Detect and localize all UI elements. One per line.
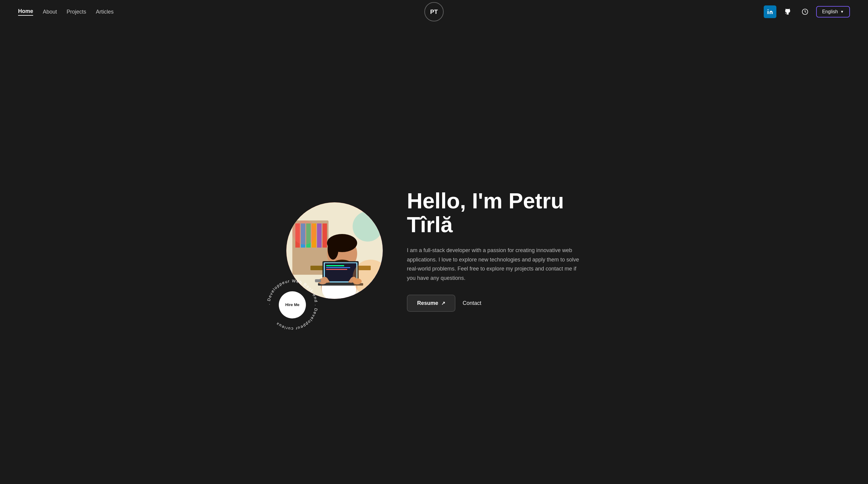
svg-rect-23 (326, 267, 350, 268)
github-icon-button[interactable] (781, 5, 794, 18)
hero-buttons: Resume ↗ Contact (407, 295, 582, 312)
language-selector[interactable]: English ▼ (816, 6, 850, 18)
contact-button[interactable]: Contact (463, 300, 481, 306)
svg-rect-10 (317, 223, 321, 248)
external-link-icon: ↗ (441, 300, 445, 306)
logo-button[interactable]: PT (424, 2, 444, 22)
nav-projects[interactable]: Projects (67, 9, 86, 15)
navbar: Home About Projects Articles PT E (0, 0, 868, 24)
hero-description: I am a full-stack developer with a passi… (407, 246, 582, 282)
svg-rect-22 (326, 265, 344, 266)
language-label: English (822, 9, 838, 14)
chevron-down-icon: ▼ (840, 10, 844, 14)
linkedin-icon-button[interactable] (764, 5, 776, 18)
hero-left: . Developpeur Web Back-end . Developpeur… (286, 202, 383, 299)
svg-point-1 (767, 9, 768, 10)
resume-button[interactable]: Resume ↗ (407, 295, 456, 312)
svg-rect-0 (767, 11, 768, 14)
svg-point-30 (352, 211, 383, 242)
hero-title: Hello, I'm Petru Tîrlă (407, 189, 582, 237)
nav-home[interactable]: Home (18, 8, 33, 16)
nav-links: Home About Projects Articles (18, 8, 114, 16)
svg-rect-11 (322, 223, 327, 248)
hero-section: . Developpeur Web Back-end . Developpeur… (0, 24, 868, 477)
nav-right-icons: English ▼ (764, 5, 850, 18)
nav-about[interactable]: About (43, 9, 57, 15)
svg-rect-24 (326, 269, 347, 270)
svg-point-29 (292, 220, 316, 245)
svg-point-17 (328, 239, 338, 260)
hire-me-container: . Developpeur Web Back-end . Developpeur… (262, 275, 322, 335)
history-icon-button[interactable] (799, 5, 811, 18)
nav-logo-center: PT (424, 2, 444, 22)
hire-me-button[interactable]: Hire Me (279, 291, 306, 319)
nav-articles[interactable]: Articles (96, 9, 114, 15)
hero-content: Hello, I'm Petru Tîrlă I am a full-stack… (407, 189, 582, 312)
